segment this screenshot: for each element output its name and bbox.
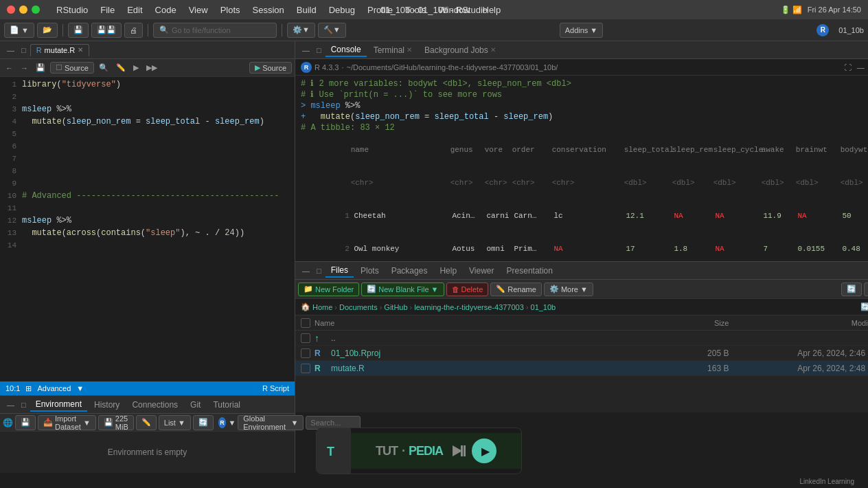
save-env-button[interactable]: 💾 [15,415,36,430]
file-row-parent[interactable]: ↑ .. [295,331,868,346]
menu-file[interactable]: File [95,3,120,16]
file-name-parent: .. [331,333,687,343]
editor-controls: ← → 💾 ☐ Source 🔍 ✏️ ▶ ▶▶ ▶ Source [0,59,295,77]
menu-edit[interactable]: Edit [122,3,148,16]
tab-console[interactable]: Console [326,43,367,57]
breadcrumb-folder[interactable]: 01_10b [531,303,556,311]
menu-view[interactable]: View [183,3,214,16]
new-file-button[interactable]: 📄 ▼ [4,23,34,38]
r-logo: R [816,24,829,36]
source-green-button[interactable]: ▶ Source [249,62,292,74]
tab-environment[interactable]: Environment [30,398,87,412]
file-checkbox-mutate[interactable] [301,364,310,373]
select-all-checkbox[interactable] [301,318,310,328]
breadcrumb-github[interactable]: GitHub [384,303,407,311]
run-button[interactable]: ▶ [130,63,141,73]
new-blank-file-button[interactable]: 🔄 New Blank File ▼ [361,282,444,296]
save-all-button[interactable]: 💾💾 [91,23,122,38]
tab-presentation[interactable]: Presentation [501,265,558,277]
addins-button[interactable]: Addins ▼ [560,23,604,38]
rename-file-button[interactable]: ✏️ Rename [490,282,542,296]
tab-files[interactable]: Files [326,264,354,278]
code-line-8: 8 [0,166,295,179]
global-env-selector[interactable]: Global Environment ▼ [238,415,304,430]
console-panel-maximize[interactable]: □ [314,45,324,55]
tab-connections[interactable]: Connections [126,399,183,411]
open-file-button[interactable]: 📂 [37,23,58,38]
delete-file-button[interactable]: 🗑 Delete [446,282,489,296]
console-panel-minimize[interactable]: — [299,45,312,55]
menu-debug[interactable]: Debug [323,3,361,16]
tab-help[interactable]: Help [434,265,462,277]
editor-panel-minimize[interactable]: — [4,45,17,55]
close-button[interactable] [7,5,15,14]
files-panel-maximize[interactable]: □ [314,266,324,276]
breadcrumb-documents[interactable]: Documents [339,303,378,311]
menu-rstudio[interactable]: RStudio [51,3,93,16]
build-button[interactable]: 🔨▼ [318,23,346,38]
addins-dropdown-icon: ▼ [590,26,597,34]
tab-tutorial[interactable]: Tutorial [207,399,246,411]
settings-button[interactable]: ⚙️▼ [287,23,315,38]
forward-button[interactable]: → [18,63,31,73]
play-button[interactable]: ▶ [472,439,496,463]
minimize-button[interactable] [19,5,27,14]
list-view-button[interactable]: List ▼ [159,415,191,430]
main-toolbar: 📄 ▼ 📂 💾 💾💾 🖨 🔍 Go to file/function ⚙️▼ 🔨… [0,19,868,41]
terminal-close[interactable]: ✕ [407,46,412,54]
print-button[interactable]: 🖨 [124,23,143,38]
tab-plots[interactable]: Plots [355,265,385,277]
save-editor-button[interactable]: 💾 [33,63,48,73]
new-folder-button[interactable]: 📁 New Folder [298,282,359,296]
more-files-button[interactable]: ⚙️ More ▼ [544,282,593,296]
scope-indicator: ⊞ [25,384,32,393]
breadcrumb-repo[interactable]: learning-the-r-tidyverse-4377003 [414,303,524,311]
console-maximize-icon[interactable]: ⛶ [844,63,852,71]
tab-viewer[interactable]: Viewer [464,265,499,277]
console-line-3: > msleep %>% [301,100,868,111]
editor-panel-maximize[interactable]: □ [19,45,29,55]
file-checkbox-parent[interactable] [301,333,310,343]
env-panel-minimize[interactable]: — [4,400,17,410]
file-row-rproj[interactable]: R 01_10b.Rproj 205 B Apr 26, 2024, 2:46 … [295,346,868,361]
file-row-mutate[interactable]: R mutate.R 163 B Apr 26, 2024, 2:48 PM [295,361,868,376]
console-content[interactable]: # ℹ 2 more variables: bodywt <dbl>, slee… [295,76,868,261]
maximize-button[interactable] [32,5,40,14]
back-button[interactable]: ← [3,63,16,73]
code-editor[interactable]: 1 library("tidyverse") 2 3 msleep %>% 4 … [0,77,295,381]
search-editor-button[interactable]: 🔍 [96,63,111,73]
file-size-mutate: 163 B [687,364,742,373]
breadcrumb-home[interactable]: Home [312,303,332,311]
files-refresh-button[interactable]: 🔄 [841,282,862,296]
edit-env-button[interactable]: ✏️ [136,415,157,430]
file-checkbox-rproj[interactable] [301,348,310,358]
source-check-button[interactable]: ☐ Source [50,62,94,74]
files-more-menu[interactable]: ⋯ [864,282,868,296]
edit-button[interactable]: ✏️ [113,63,128,73]
run-next-button[interactable]: ▶▶ [144,63,160,73]
bg-jobs-close[interactable]: ✕ [490,46,496,54]
console-minimize-right[interactable]: — [854,63,867,72]
script-type: R Script [262,384,289,392]
go-to-file-input[interactable]: 🔍 Go to file/function [153,23,277,38]
tab-terminal[interactable]: Terminal ✕ [368,44,418,56]
menu-build[interactable]: Build [291,3,322,16]
tab-background-jobs[interactable]: Background Jobs ✕ [419,44,501,56]
console-table-sub: <chr><chr><chr><chr><chr><dbl><dbl><dbl>… [301,166,868,199]
env-panel-maximize[interactable]: □ [19,400,29,410]
window-controls[interactable] [7,5,40,14]
system-icons: 🔋 📶 [781,5,802,14]
menu-code[interactable]: Code [150,3,182,16]
files-panel-minimize[interactable]: — [299,266,312,276]
editor-tab-close[interactable]: ✕ [78,46,83,54]
files-sync-icon[interactable]: 🔄 [860,302,868,311]
menu-plots[interactable]: Plots [215,3,246,16]
editor-tab-mutate[interactable]: R mutate.R ✕ [30,44,90,56]
tab-git[interactable]: Git [185,399,206,411]
refresh-env-button[interactable]: 🔄 [193,415,214,430]
import-dataset-button[interactable]: 📥 Import Dataset ▼ [38,415,96,430]
tab-history[interactable]: History [89,399,125,411]
menu-session[interactable]: Session [247,3,290,16]
tab-packages[interactable]: Packages [386,265,433,277]
save-button[interactable]: 💾 [68,23,89,38]
